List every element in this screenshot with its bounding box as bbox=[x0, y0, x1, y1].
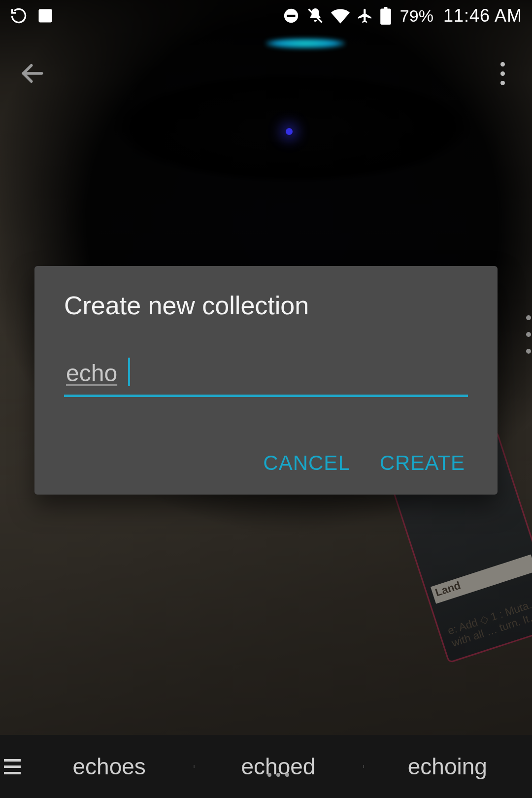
keyboard-menu-button[interactable] bbox=[0, 759, 25, 774]
text-caret bbox=[128, 358, 130, 386]
collection-name-input[interactable] bbox=[64, 360, 468, 397]
collection-name-value: echo bbox=[66, 360, 117, 387]
dialog-title: Create new collection bbox=[64, 291, 468, 320]
suggestion-1[interactable]: echoes bbox=[25, 753, 194, 780]
hamburger-icon bbox=[4, 759, 21, 774]
keyboard-suggestion-bar: echoes echoed echoing bbox=[0, 735, 532, 798]
page-indicator bbox=[526, 315, 531, 354]
create-collection-dialog: Create new collection echo CANCEL CREATE bbox=[34, 266, 498, 495]
cancel-button[interactable]: CANCEL bbox=[263, 451, 350, 475]
create-button[interactable]: CREATE bbox=[380, 451, 465, 475]
suggestion-3[interactable]: echoing bbox=[363, 753, 532, 780]
suggestion-2[interactable]: echoed bbox=[194, 753, 363, 780]
collection-name-field[interactable]: echo bbox=[64, 360, 468, 397]
more-suggestions-icon bbox=[267, 773, 289, 777]
